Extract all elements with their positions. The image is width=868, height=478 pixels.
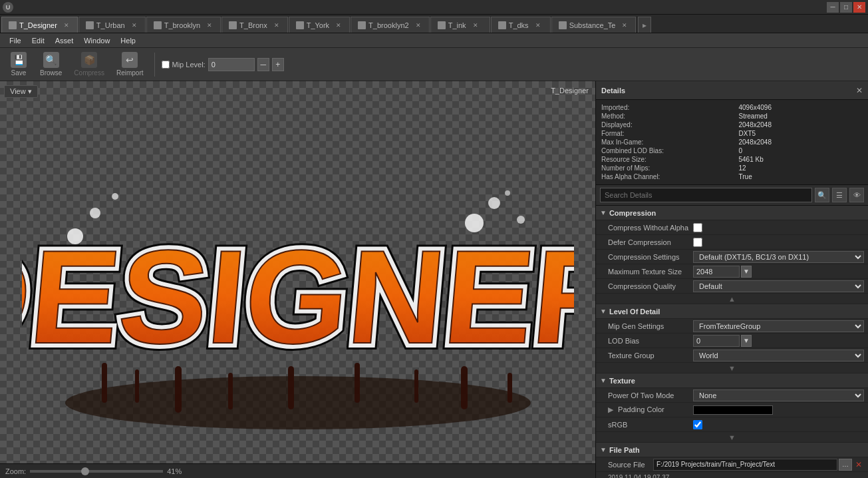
svg-rect-10 [414, 369, 418, 403]
search-bar: 🔍 ☰ 👁 [596, 185, 868, 206]
tab-close[interactable]: ✕ [206, 21, 214, 29]
srgb-checkbox[interactable] [693, 420, 702, 429]
compression-settings-row: Compression Settings Default (DXT1/5, BC… [596, 250, 868, 264]
compression-quality-label: Compression Quality [600, 282, 693, 290]
details-scroll[interactable]: ▼ Compression Compress Without Alpha Def… [596, 206, 868, 478]
browse-button[interactable]: 🔍 Browse [36, 49, 66, 79]
list-view-button[interactable]: ☰ [832, 188, 847, 202]
tabs-overflow-button[interactable]: ▸ [638, 17, 651, 33]
lod-section-header[interactable]: ▼ Level Of Detail [596, 304, 868, 319]
tab-t-bronx[interactable]: T_Bronx ✕ [221, 17, 288, 33]
details-close-button[interactable]: ✕ [856, 86, 863, 95]
maximize-button[interactable]: □ [840, 2, 852, 13]
svg-point-13 [67, 228, 83, 244]
tab-t-brooklyn[interactable]: T_brooklyn ✕ [146, 17, 221, 33]
tab-t-designer[interactable]: T_Designer ✕ [1, 17, 78, 33]
compress-without-alpha-label: Compress Without Alpha [600, 224, 693, 232]
compress-without-alpha-checkbox[interactable] [693, 223, 702, 232]
tab-label: T_Designer [19, 21, 57, 29]
compress-icon: 📦 [81, 52, 97, 68]
compress-button[interactable]: 📦 Compress [70, 49, 108, 79]
svg-rect-9 [355, 363, 360, 403]
svg-rect-8 [288, 366, 294, 409]
texture-group-dropdown[interactable]: World [693, 350, 864, 361]
lod-bias-button[interactable]: ▼ [741, 335, 752, 347]
menu-edit[interactable]: Edit [27, 33, 50, 48]
tab-t-urban[interactable]: T_Urban ✕ [78, 17, 146, 33]
details-meta: Imported: 4096x4096 Method: Streamed Dis… [596, 100, 868, 185]
svg-rect-7 [228, 373, 233, 409]
defer-compression-label: Defer Compression [600, 238, 693, 246]
mip-minus-button[interactable]: ─ [257, 58, 269, 71]
close-button[interactable]: ✕ [853, 2, 865, 13]
meta-format-label: Format: [601, 130, 726, 137]
lod-bias-label: LOD Bias [600, 337, 693, 345]
compression-collapse[interactable]: ▲ [596, 294, 868, 304]
max-texture-size-input[interactable] [693, 266, 740, 278]
power-of-two-dropdown[interactable]: None [693, 389, 864, 401]
menu-window[interactable]: Window [78, 33, 115, 48]
compression-settings-dropdown[interactable]: Default (DXT1/5, BC1/3 on DX11) [693, 251, 864, 263]
mip-plus-button[interactable]: + [272, 58, 284, 71]
tab-t-substance[interactable]: Substance_Te ✕ [551, 17, 637, 33]
main-layout: DESIGNER DESIGNER DESIGNER [0, 81, 868, 478]
source-file-browse-button[interactable]: … [839, 459, 852, 471]
tab-icon [438, 21, 446, 29]
menu-help[interactable]: Help [115, 33, 141, 48]
meta-method-value: Streamed [739, 113, 863, 120]
zoom-slider[interactable] [30, 470, 163, 473]
lod-bias-input[interactable] [693, 335, 740, 347]
texture-collapse[interactable]: ▼ [596, 432, 868, 443]
meta-maxingame-label: Max In-Game: [601, 138, 726, 146]
tab-t-york[interactable]: T_York ✕ [289, 17, 350, 33]
search-button[interactable]: 🔍 [815, 188, 829, 202]
save-icon: 💾 [11, 52, 27, 68]
save-button[interactable]: 💾 Save [5, 49, 32, 79]
mip-input[interactable] [208, 58, 255, 71]
menu-bar: File Edit Asset Window Help [0, 33, 868, 48]
tab-close[interactable]: ✕ [534, 21, 542, 29]
tab-label: T_ink [448, 21, 466, 29]
defer-compression-checkbox[interactable] [693, 238, 702, 247]
tab-close[interactable]: ✕ [472, 21, 480, 29]
tab-close[interactable]: ✕ [335, 21, 343, 29]
svg-rect-12 [507, 373, 512, 403]
max-texture-size-label: Maximum Texture Size [600, 268, 693, 276]
view-button[interactable]: View ▾ [4, 85, 38, 98]
padding-color-swatch[interactable] [693, 405, 773, 415]
browse-label: Browse [40, 69, 62, 77]
tab-icon [559, 21, 567, 29]
compression-quality-dropdown[interactable]: Default [693, 280, 864, 292]
compress-without-alpha-row: Compress Without Alpha [596, 220, 868, 235]
tab-close[interactable]: ✕ [414, 21, 422, 29]
source-file-clear-button[interactable]: ✕ [853, 459, 864, 471]
max-texture-size-button[interactable]: ▼ [741, 266, 752, 278]
tab-close[interactable]: ✕ [621, 21, 629, 29]
tab-t-ink[interactable]: T_ink ✕ [430, 17, 490, 33]
mip-gen-settings-dropdown[interactable]: FromTextureGroup [693, 320, 864, 332]
svg-point-17 [488, 197, 500, 209]
tab-close[interactable]: ✕ [63, 21, 71, 29]
menu-file[interactable]: File [4, 33, 27, 48]
tab-t-dks[interactable]: T_dks ✕ [491, 17, 551, 33]
reimport-button[interactable]: ↩ Reimport [112, 49, 148, 79]
meta-displayed-value: 2048x2048 [739, 121, 863, 128]
tab-close[interactable]: ✕ [130, 21, 138, 29]
tab-t-brooklyn2[interactable]: T_brooklyn2 ✕ [351, 17, 430, 33]
mip-checkbox[interactable] [162, 61, 170, 69]
lod-collapse[interactable]: ▼ [596, 363, 868, 373]
meta-resource-label: Resource Size: [601, 156, 726, 163]
viewport: DESIGNER DESIGNER DESIGNER [0, 81, 595, 478]
compression-section-header[interactable]: ▼ Compression [596, 206, 868, 220]
menu-asset[interactable]: Asset [50, 33, 79, 48]
filepath-section-title: File Path [609, 446, 640, 454]
texture-section-header[interactable]: ▼ Texture [596, 373, 868, 388]
srgb-label: sRGB [600, 421, 693, 429]
visibility-button[interactable]: 👁 [849, 188, 864, 202]
svg-point-18 [517, 216, 525, 224]
minimize-button[interactable]: ─ [827, 2, 839, 13]
tab-icon [229, 21, 237, 29]
tab-close[interactable]: ✕ [273, 21, 281, 29]
search-input[interactable] [600, 188, 812, 202]
filepath-section-header[interactable]: ▼ File Path [596, 443, 868, 457]
